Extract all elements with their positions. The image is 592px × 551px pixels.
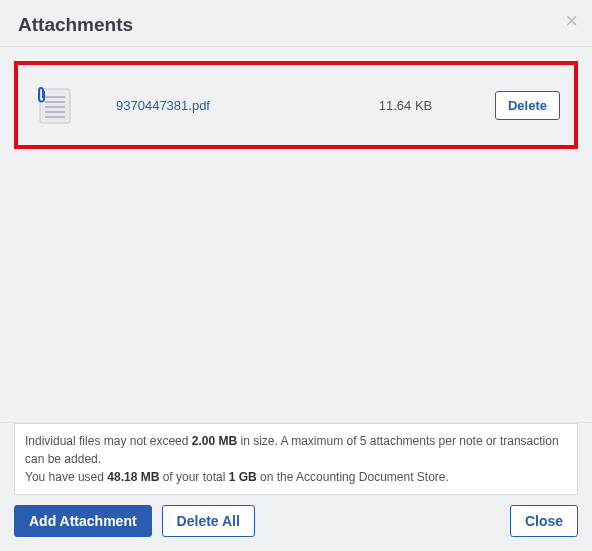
info-text: on the Accounting Document Store. bbox=[257, 470, 449, 484]
max-file-size: 2.00 MB bbox=[192, 434, 237, 448]
modal-header: Attachments × bbox=[0, 0, 592, 46]
close-button[interactable]: Close bbox=[510, 505, 578, 537]
attachment-filename[interactable]: 9370447381.pdf bbox=[116, 98, 316, 113]
modal-footer: Add Attachment Delete All Close bbox=[0, 505, 592, 551]
add-attachment-button[interactable]: Add Attachment bbox=[14, 505, 152, 537]
file-icon bbox=[32, 83, 76, 127]
delete-all-button[interactable]: Delete All bbox=[162, 505, 255, 537]
total-storage: 1 GB bbox=[229, 470, 257, 484]
close-icon[interactable]: × bbox=[565, 10, 578, 32]
modal-title: Attachments bbox=[18, 14, 574, 36]
max-attachments: 5 bbox=[360, 434, 367, 448]
info-text: in size. A maximum of bbox=[237, 434, 360, 448]
delete-button[interactable]: Delete bbox=[495, 91, 560, 120]
info-text: Individual files may not exceed bbox=[25, 434, 192, 448]
attachments-modal: Attachments × 9370447381.pdf 1 bbox=[0, 0, 592, 551]
info-text: of your total bbox=[159, 470, 228, 484]
used-storage: 48.18 MB bbox=[107, 470, 159, 484]
attachment-highlight: 9370447381.pdf 11.64 KB Delete bbox=[14, 61, 578, 149]
storage-info: Individual files may not exceed 2.00 MB … bbox=[14, 423, 578, 495]
info-text: You have used bbox=[25, 470, 107, 484]
modal-body: 9370447381.pdf 11.64 KB Delete bbox=[0, 46, 592, 423]
attachment-filesize: 11.64 KB bbox=[316, 98, 495, 113]
attachment-row: 9370447381.pdf 11.64 KB Delete bbox=[28, 73, 564, 137]
